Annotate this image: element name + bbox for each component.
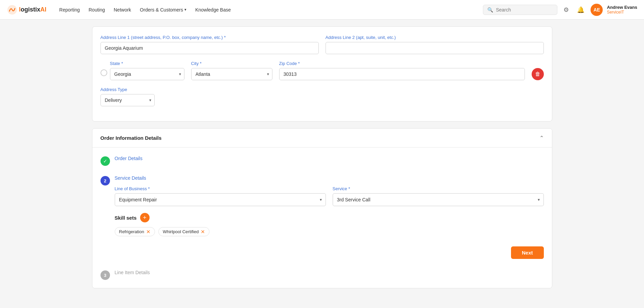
plus-icon: +	[143, 214, 147, 221]
trash-icon: 🗑	[535, 71, 540, 77]
city-select[interactable]: Atlanta Savannah Augusta	[191, 68, 272, 80]
close-circle-icon-2: ✕	[201, 229, 205, 234]
skillsets-title: Skill sets	[115, 215, 137, 221]
state-select[interactable]: Georgia Alabama Florida Tennessee	[110, 68, 184, 80]
service-col: Service * 3rd Service Call 1st Service C…	[333, 186, 544, 206]
step-2-content: Service Details Line of Business * Equip…	[115, 175, 544, 260]
address-type-select-wrapper: Delivery Pickup Billing	[101, 94, 155, 106]
step-2-label: Service Details	[115, 174, 146, 181]
address-row-1: Address Line 1 (street address, P.O. box…	[101, 35, 544, 54]
zip-label: Zip Code *	[279, 61, 525, 66]
navbar-right: 🔍 ⚙ 🔔 AE Andrew Evans ServiceIT	[483, 4, 637, 16]
order-info-header[interactable]: Order Information Details ⌃	[92, 129, 552, 148]
address-line1-input[interactable]	[101, 42, 319, 54]
skill-tag-whirlpool: Whirlpool Certified ✕	[158, 227, 209, 236]
navbar: logistixAI Reporting Routing Network Ord…	[0, 0, 644, 20]
service-select[interactable]: 3rd Service Call 1st Service Call 2nd Se…	[333, 193, 544, 206]
step-2-icon: 2	[101, 176, 110, 185]
service-label: Service *	[333, 186, 544, 191]
line-of-business-select-wrapper: Equipment Repair HVAC Plumbing	[115, 193, 326, 206]
address-line2-label: Address Line 2 (apt, suite, unit, etc.)	[326, 35, 544, 40]
address-line1-group: Address Line 1 (street address, P.O. box…	[101, 35, 319, 54]
skill-tag-whirlpool-label: Whirlpool Certified	[163, 229, 199, 234]
nav-orders-customers[interactable]: Orders & Customers ▾	[136, 4, 190, 15]
service-details-form: Line of Business * Equipment Repair HVAC…	[115, 186, 544, 260]
line-of-business-label: Line of Business *	[115, 186, 326, 191]
step-3-content: Line Item Details	[115, 270, 544, 275]
order-info-card: Order Information Details ⌃ ✓ Order Deta…	[92, 128, 552, 288]
skillsets-header: Skill sets +	[115, 213, 544, 222]
address-line2-group: Address Line 2 (apt, suite, unit, etc.)	[326, 35, 544, 54]
step-3-label: Line Item Details	[115, 268, 150, 275]
line-of-business-select[interactable]: Equipment Repair HVAC Plumbing	[115, 193, 326, 206]
close-circle-icon: ✕	[146, 229, 151, 234]
skillsets-tags: Refrigeration ✕ Whirlpool Certified ✕	[115, 227, 544, 236]
nav-reporting[interactable]: Reporting	[56, 4, 83, 15]
step-3-icon: 3	[101, 270, 110, 280]
address-row-3: Address Type Delivery Pickup Billing	[101, 87, 544, 106]
step-2: 2 Service Details Line of Business * Equ…	[101, 175, 544, 260]
city-select-wrapper: Atlanta Savannah Augusta	[191, 68, 272, 80]
brand-logo-icon	[7, 4, 18, 15]
address-section: Address Line 1 (street address, P.O. box…	[92, 27, 552, 121]
user-info: Andrew Evans ServiceIT	[607, 5, 637, 15]
gear-icon: ⚙	[563, 6, 569, 14]
city-label: City *	[191, 61, 272, 66]
main-nav: Reporting Routing Network Orders & Custo…	[56, 4, 473, 15]
brand-logo[interactable]: logistixAI	[7, 4, 46, 15]
city-group: City * Atlanta Savannah Augusta	[191, 61, 272, 80]
add-skillset-button[interactable]: +	[140, 213, 150, 222]
zip-group: Zip Code *	[279, 61, 525, 80]
avatar[interactable]: AE	[591, 4, 603, 16]
brand-name: logistixAI	[19, 6, 46, 13]
nav-network[interactable]: Network	[110, 4, 134, 15]
zip-input[interactable]	[279, 68, 525, 80]
line-of-business-col: Line of Business * Equipment Repair HVAC…	[115, 186, 326, 206]
next-button[interactable]: Next	[511, 246, 544, 259]
main-content: Address Line 1 (street address, P.O. box…	[79, 20, 566, 302]
search-input[interactable]	[496, 7, 553, 13]
service-select-wrapper: 3rd Service Call 1st Service Call 2nd Se…	[333, 193, 544, 206]
settings-button[interactable]: ⚙	[561, 4, 571, 16]
remove-refrigeration-button[interactable]: ✕	[146, 229, 151, 234]
step-1-content: Order Details	[115, 156, 544, 161]
address-line2-input[interactable]	[326, 42, 544, 54]
next-btn-row: Next	[115, 243, 544, 260]
user-subtitle: ServiceIT	[607, 10, 637, 15]
address-type-label: Address Type	[101, 87, 155, 92]
checkmark-icon: ✓	[103, 158, 107, 164]
step-1-label: Order Details	[115, 154, 142, 161]
address-row-2: State * Georgia Alabama Florida Tennesse…	[101, 61, 544, 80]
state-radio[interactable]	[101, 69, 107, 76]
delete-address-button[interactable]: 🗑	[532, 68, 544, 80]
skill-tag-refrigeration-label: Refrigeration	[119, 229, 144, 234]
user-name: Andrew Evans	[607, 5, 637, 10]
address-type-group: Address Type Delivery Pickup Billing	[101, 87, 155, 106]
step-1: ✓ Order Details	[101, 156, 544, 166]
remove-whirlpool-button[interactable]: ✕	[201, 229, 205, 234]
search-icon: 🔍	[487, 7, 493, 13]
order-info-body: ✓ Order Details 2 Service Details Line o…	[92, 148, 552, 288]
address-type-select[interactable]: Delivery Pickup Billing	[101, 94, 155, 106]
state-label: State *	[110, 61, 184, 66]
step-1-icon: ✓	[101, 156, 110, 166]
bell-icon: 🔔	[577, 6, 584, 14]
state-radio-wrapper: State * Georgia Alabama Florida Tennesse…	[101, 61, 184, 80]
service-row-1: Line of Business * Equipment Repair HVAC…	[115, 186, 544, 206]
chevron-up-icon: ⌃	[539, 135, 544, 141]
skill-tag-refrigeration: Refrigeration ✕	[115, 227, 155, 236]
step-3: 3 Line Item Details	[101, 270, 544, 280]
address-line1-label: Address Line 1 (street address, P.O. box…	[101, 35, 319, 40]
nav-routing[interactable]: Routing	[85, 4, 108, 15]
chevron-down-icon: ▾	[184, 7, 186, 12]
state-group: State * Georgia Alabama Florida Tennesse…	[110, 61, 184, 80]
state-select-wrapper: Georgia Alabama Florida Tennessee	[110, 68, 184, 80]
search-bar[interactable]: 🔍	[483, 5, 557, 15]
nav-knowledge-base[interactable]: Knowledge Base	[192, 4, 234, 15]
address-card: Address Line 1 (street address, P.O. box…	[92, 26, 552, 122]
order-info-title: Order Information Details	[101, 135, 162, 141]
notifications-button[interactable]: 🔔	[575, 4, 586, 16]
